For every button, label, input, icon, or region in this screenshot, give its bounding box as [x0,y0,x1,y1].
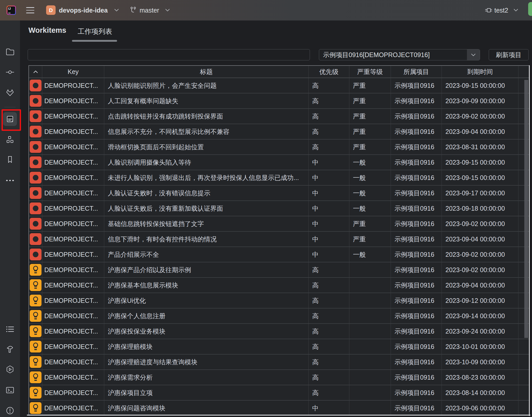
cell-type-icon [29,78,42,93]
table-row[interactable]: DEMOPROJECT...信息下滑时，有时会有控件抖动的情况中严重示例项目09… [29,232,529,247]
story-icon [30,402,41,414]
story-icon [30,264,41,276]
cell-severity: 严重 [349,216,391,232]
table-row[interactable]: DEMOPROJECT...沪惠保问题咨询模块中示例项目09162023-09-… [29,401,529,416]
header-blank[interactable] [518,66,529,78]
cell-blank [518,385,529,401]
chevron-down-icon[interactable] [165,8,170,12]
cell-severity: 严重 [349,78,391,93]
table-row[interactable]: DEMOPROJECT...人脸识别能识别照片，会产生安全问题高严重示例项目09… [29,78,529,93]
table-row[interactable]: DEMOPROJECT...沪惠保Ui优化高示例项目09162023-09-12… [29,293,529,308]
cell-title: 沪惠保投保业务模块 [104,324,309,339]
cell-project: 示例项目0916 [391,385,442,401]
cell-priority: 高 [309,262,349,278]
sidebar-terminal-icon[interactable] [0,383,20,397]
cell-type-icon [29,93,42,109]
cell-due: 2023-08-14 00:00:00 [442,385,518,401]
table-row[interactable]: DEMOPROJECT...沪惠保理赔模块高示例项目09162023-10-01… [29,339,529,355]
header-title[interactable]: 标题 [104,66,309,78]
story-icon [30,356,41,368]
project-select[interactable]: 示例项目0916[DEMOPROJECT0916] [319,49,480,60]
header-key[interactable]: Key [42,66,104,78]
cell-project: 示例项目0916 [391,262,442,278]
cell-project: 示例项目0916 [391,140,442,155]
sidebar-folder-icon[interactable] [0,45,20,59]
vertical-scrollbar[interactable] [524,80,528,338]
table-row[interactable]: DEMOPROJECT...人工回复有概率问题缺失高严重示例项目09162023… [29,93,529,109]
tab-workitem-list[interactable]: 工作项列表 [78,27,112,36]
header-priority[interactable]: 优先级 [309,66,349,78]
project-avatar[interactable]: D [46,5,56,15]
table-row[interactable]: DEMOPROJECT...产品介绍展示不全中一般示例项目09162023-09… [29,247,529,262]
sidebar-services-icon[interactable] [0,362,20,377]
run-config-widget[interactable]: test2 [494,7,508,14]
cell-severity [349,385,391,401]
intellij-logo-icon[interactable]: IJ [7,6,16,15]
cell-severity [349,324,391,339]
sidebar-build-hammer-icon[interactable] [0,343,20,357]
bug-icon [30,218,41,230]
project-widget[interactable]: devops-ide-idea [59,7,108,14]
cell-key: DEMOPROJECT... [42,124,104,140]
bug-icon [30,95,41,107]
sidebar-todo-list-icon[interactable] [0,322,20,336]
chevron-down-icon[interactable] [514,8,518,12]
cell-blank [518,401,529,416]
cell-due: 2023-09-04 00:00:00 [442,232,518,247]
sidebar-structure-icon[interactable] [0,132,20,147]
bug-icon [30,202,41,214]
header-icon[interactable] [29,66,42,78]
table-row[interactable]: DEMOPROJECT...人脸识别调用摄像头陷入等待中一般示例项目091620… [29,155,529,170]
header-severity[interactable]: 严重等级 [349,66,391,78]
cell-priority: 高 [309,370,349,385]
cell-type-icon [29,370,42,385]
table-row[interactable]: DEMOPROJECT...点击跳转按钮并没有成功跳转到投保界面高严重示例项目0… [29,109,529,124]
chevron-down-icon[interactable] [114,8,119,12]
table-row[interactable]: DEMOPROJECT...沪惠保项目立项高示例项目09162023-08-14… [29,385,529,401]
cell-title: 人工回复有概率问题缺失 [104,93,309,109]
cell-severity: 严重 [349,140,391,155]
cell-key: DEMOPROJECT... [42,385,104,401]
bug-icon [30,110,41,122]
cell-priority: 中 [309,155,349,170]
table-row[interactable]: DEMOPROJECT...沪惠保产品介绍以及往期示例高示例项目09162023… [29,262,529,278]
header-due[interactable]: 到期时间 [442,66,518,78]
sidebar-commit-icon[interactable] [0,65,20,79]
table-row[interactable]: DEMOPROJECT...人脸认证失败时，没有错误信息提示中一般示例项目091… [29,186,529,201]
table-row[interactable]: DEMOPROJECT...沪惠保投保业务模块高示例项目09162023-09-… [29,324,529,339]
cell-project: 示例项目0916 [391,370,442,385]
table-row[interactable]: DEMOPROJECT...沪惠保需求分析高示例项目09162023-08-23… [29,370,529,385]
sidebar-bookmark-icon[interactable] [0,152,20,167]
branch-widget[interactable]: master [140,7,159,14]
sidebar-gitlab-icon[interactable] [0,86,20,100]
cell-due: 2023-10-01 00:00:00 [442,339,518,355]
table-row[interactable]: DEMOPROJECT...沪惠保个人信息注册高示例项目09162023-09-… [29,308,529,324]
cell-project: 示例项目0916 [391,278,442,293]
table-row[interactable]: DEMOPROJECT...滑动框切换页面后不回到起始位置高严重示例项目0916… [29,140,529,155]
search-input[interactable] [28,49,310,60]
main-menu-icon[interactable] [26,7,34,13]
cell-project: 示例项目0916 [391,355,442,370]
header-project[interactable]: 所属项目 [391,66,442,78]
sidebar-more-icon[interactable] [0,173,20,188]
run-button-partial[interactable] [528,2,532,16]
story-icon [30,371,41,383]
table-row[interactable]: DEMOPROJECT...信息展示不充分，不同机型展示比例不兼容高严重示例项目… [29,124,529,140]
cell-severity [349,370,391,385]
table-row[interactable]: DEMOPROJECT...未进行人脸识别，强制退出后，再次登录时投保人信息显示… [29,170,529,186]
cell-priority: 高 [309,385,349,401]
sidebar-problems-icon[interactable] [0,403,20,417]
table-row[interactable]: DEMOPROJECT...基础信息跳转投保按钮遮挡了文字中严重示例项目0916… [29,216,529,232]
cell-project: 示例项目0916 [391,339,442,355]
table-row[interactable]: DEMOPROJECT...人脸认证失败后，没有重新加载认证界面中一般示例项目0… [29,201,529,216]
tool-window-stripe [0,20,20,417]
select-arrow-button[interactable] [467,49,480,60]
cell-type-icon [29,170,42,186]
cell-key: DEMOPROJECT... [42,216,104,232]
table-row[interactable]: DEMOPROJECT...沪惠保理赔进度与结果查询模块高示例项目0916202… [29,355,529,370]
cell-severity [349,262,391,278]
cell-priority: 中 [309,170,349,186]
refresh-project-button[interactable]: 刷新项目 [489,49,529,60]
table-row[interactable]: DEMOPROJECT...沪惠保基本信息展示模块高示例项目09162023-0… [29,278,529,293]
cell-type-icon [29,232,42,247]
